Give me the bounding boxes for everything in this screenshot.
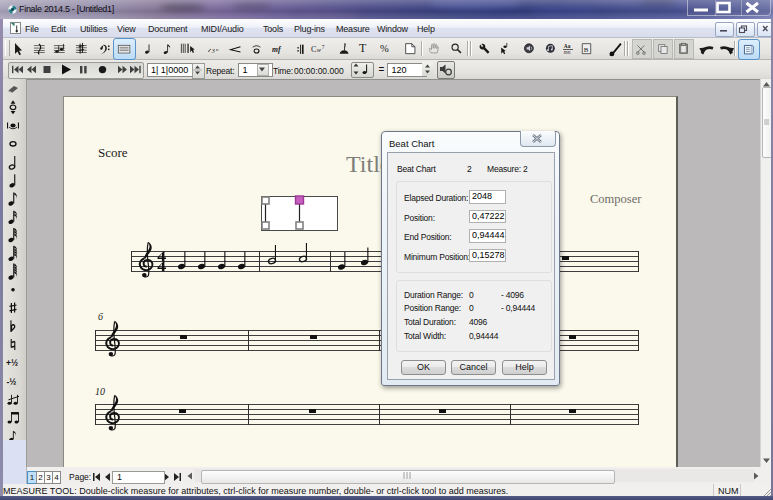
svg-text:T: T: [359, 41, 367, 55]
svg-text:7: 7: [322, 44, 325, 50]
svg-text:mf: mf: [272, 45, 282, 54]
svg-text:C: C: [311, 45, 316, 54]
svg-text:Aa: Aa: [564, 43, 571, 49]
svg-text:3: 3: [211, 48, 215, 54]
svg-text:%: %: [380, 43, 389, 54]
svg-text:B: B: [584, 46, 589, 53]
svg-text:+½: +½: [6, 358, 18, 368]
svg-text:-½: -½: [7, 377, 17, 387]
svg-text:mn: mn: [564, 49, 571, 55]
svg-text:n: n: [216, 47, 219, 52]
